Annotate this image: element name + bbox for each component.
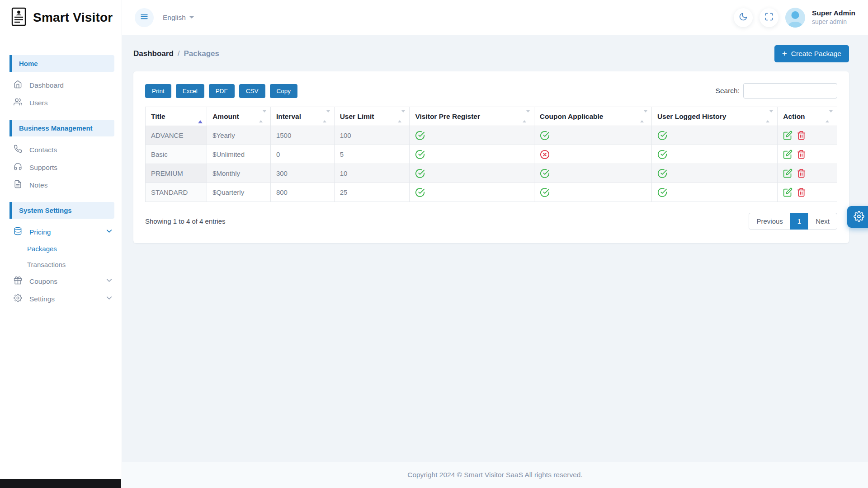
sidebar-item-label: Settings	[29, 295, 55, 303]
gift-icon	[14, 276, 22, 286]
users-icon	[14, 98, 22, 108]
excel-button[interactable]: Excel	[176, 84, 204, 98]
avatar-person-icon	[792, 11, 799, 19]
main-content: Dashboard / Packages + Create Package Pr…	[122, 35, 868, 488]
sidebar-item-notes[interactable]: Notes	[0, 176, 122, 194]
search-input[interactable]	[743, 83, 837, 99]
delete-button[interactable]	[797, 188, 806, 197]
fullscreen-button[interactable]	[760, 8, 778, 27]
yes-check-icon	[415, 188, 425, 197]
cell-user-logged-history	[651, 164, 777, 183]
dark-mode-button[interactable]	[734, 8, 753, 27]
edit-pencil-icon	[783, 150, 793, 159]
cell-coupon-applicable	[534, 164, 651, 183]
previous-page-button[interactable]: Previous	[749, 213, 790, 230]
cell-user-limit: 10	[334, 164, 410, 183]
sidebar-item-supports[interactable]: Supports	[0, 159, 122, 176]
sort-icon	[766, 113, 773, 121]
edit-button[interactable]	[783, 131, 793, 140]
delete-button[interactable]	[797, 131, 806, 140]
edit-pencil-icon	[783, 169, 793, 178]
cell-user-limit: 100	[334, 126, 410, 145]
cell-coupon-applicable	[534, 183, 651, 202]
search-label: Search:	[716, 87, 740, 95]
cell-visitor-pre-register	[410, 183, 534, 202]
delete-button[interactable]	[797, 150, 806, 159]
cell-action	[778, 126, 837, 145]
cell-interval: 1500	[270, 126, 334, 145]
sidebar-item-contacts[interactable]: Contacts	[0, 141, 122, 159]
table-row: STANDARD$Quarterly80025	[146, 183, 837, 202]
chevron-down-icon	[105, 227, 113, 237]
no-x-icon	[540, 150, 550, 160]
column-header-title[interactable]: Title	[146, 107, 207, 126]
user-avatar[interactable]	[785, 8, 805, 28]
sidebar: Smart Visitor Home Dashboard Users Busin…	[0, 0, 122, 488]
next-page-button[interactable]: Next	[808, 213, 837, 230]
packages-card: Print Excel PDF CSV Copy Search: Title	[133, 71, 849, 243]
column-header-interval[interactable]: Interval	[270, 107, 334, 126]
cell-title: STANDARD	[146, 183, 207, 202]
page-footer: Copyright 2024 © Smart Visitor SaaS All …	[122, 462, 868, 488]
pdf-button[interactable]: PDF	[209, 84, 235, 98]
sidebar-item-label: Dashboard	[29, 81, 64, 89]
phone-icon	[14, 145, 22, 155]
language-dropdown[interactable]: English	[163, 14, 194, 22]
copy-button[interactable]: Copy	[270, 84, 298, 98]
column-header-user-limit[interactable]: User Limit	[334, 107, 410, 126]
table-row: PREMIUM$Monthly30010	[146, 164, 837, 183]
sidebar-subitem-transactions[interactable]: Transactions	[0, 257, 122, 272]
breadcrumb-dashboard[interactable]: Dashboard	[133, 49, 174, 58]
brand-logo[interactable]: Smart Visitor	[0, 0, 122, 35]
column-header-amount[interactable]: Amount	[207, 107, 271, 126]
column-header-coupon-applicable[interactable]: Coupon Applicable	[534, 107, 651, 126]
column-header-visitor-pre-register[interactable]: Visitor Pre Register	[410, 107, 534, 126]
csv-button[interactable]: CSV	[239, 84, 265, 98]
yes-check-icon	[657, 169, 667, 178]
column-header-user-logged-history[interactable]: User Logged History	[651, 107, 777, 126]
sort-icon	[398, 113, 405, 121]
delete-button[interactable]	[797, 169, 806, 178]
create-package-button[interactable]: + Create Package	[774, 45, 849, 62]
yes-check-icon	[415, 169, 425, 178]
note-icon	[14, 180, 22, 190]
edit-button[interactable]	[783, 169, 793, 178]
sidebar-subitem-packages[interactable]: Packages	[0, 241, 122, 257]
yes-check-icon	[657, 188, 667, 197]
page-1-button[interactable]: 1	[790, 213, 808, 230]
cell-coupon-applicable	[534, 145, 651, 164]
cell-title: Basic	[146, 145, 207, 164]
sidebar-item-settings[interactable]: Settings	[0, 290, 122, 308]
trash-icon	[797, 169, 806, 178]
floating-settings-button[interactable]	[847, 206, 868, 228]
cell-visitor-pre-register	[410, 145, 534, 164]
print-button[interactable]: Print	[145, 84, 171, 98]
table-row: Basic$Unlimited05	[146, 145, 837, 164]
yes-check-icon	[657, 150, 667, 160]
sidebar-section-home: Home	[9, 55, 114, 72]
trash-icon	[797, 150, 806, 159]
hamburger-icon	[140, 12, 149, 23]
plus-icon: +	[782, 51, 787, 57]
edit-pencil-icon	[783, 131, 793, 140]
moon-icon	[739, 12, 748, 23]
cell-user-logged-history	[651, 183, 777, 202]
sidebar-bottom-strip	[0, 479, 121, 488]
user-menu[interactable]: Super Admin super admin	[812, 9, 855, 26]
id-card-logo-icon	[10, 7, 28, 28]
edit-button[interactable]	[783, 150, 793, 159]
headphones-icon	[14, 162, 22, 173]
sidebar-item-label: Contacts	[29, 146, 57, 154]
edit-button[interactable]	[783, 188, 793, 197]
yes-check-icon	[540, 188, 550, 197]
cell-amount: $Quarterly	[207, 183, 271, 202]
column-header-action[interactable]: Action	[778, 107, 837, 126]
cell-amount: $Monthly	[207, 164, 271, 183]
pagination: Previous 1 Next	[749, 213, 837, 230]
sidebar-item-pricing[interactable]: Pricing	[0, 223, 122, 241]
menu-toggle-button[interactable]	[135, 8, 154, 27]
sidebar-item-coupons[interactable]: Coupons	[0, 272, 122, 290]
sidebar-item-users[interactable]: Users	[0, 94, 122, 112]
sidebar-item-dashboard[interactable]: Dashboard	[0, 76, 122, 94]
sidebar-item-label: Notes	[29, 181, 48, 189]
